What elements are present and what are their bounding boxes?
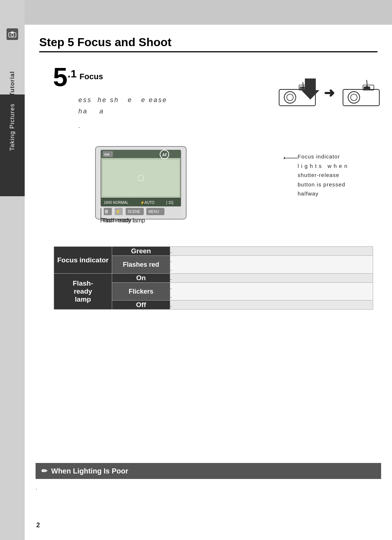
focus-indicator-header: Focus indicator	[54, 247, 112, 274]
flash-ready-pointer: Flash-ready lamp	[97, 205, 134, 223]
right-arrow: ➜	[324, 85, 335, 101]
svg-text:1600 NORMAL: 1600 NORMAL	[104, 201, 128, 205]
camera-icon	[7, 28, 18, 40]
svg-rect-2	[11, 32, 14, 33]
section-label: Focus	[79, 72, 103, 81]
flashes-red-desc: . .	[170, 256, 373, 274]
on-subheader: On	[112, 274, 170, 283]
off-desc: .	[170, 301, 373, 310]
camera-diagram-2	[341, 78, 381, 108]
section-superscript: .1	[68, 68, 77, 80]
table-row: Flash-readylamp On .	[54, 274, 373, 283]
section-number: 5	[53, 64, 68, 90]
svg-point-10	[348, 92, 360, 103]
camera-diagram-area: ➜	[277, 78, 381, 108]
top-bar	[0, 0, 392, 25]
svg-marker-15	[301, 78, 319, 100]
info-table: Focus indicator Green . Flashes red . .	[54, 246, 373, 310]
svg-text:AI●: AI●	[104, 153, 109, 156]
left-sidebar: Taking Pictures Tutorial	[0, 0, 25, 540]
section-desc-dot: .	[78, 123, 80, 129]
svg-point-11	[351, 94, 357, 101]
on-desc: .	[170, 274, 373, 283]
svg-rect-23	[103, 160, 179, 196]
svg-text:[ 15]: [ 15]	[166, 201, 173, 205]
svg-point-42	[284, 157, 285, 159]
focus-indicator-caption: Focus indicator l i g h t s w h e n shut…	[298, 152, 385, 198]
svg-point-4	[284, 92, 296, 103]
page-number: 2	[36, 521, 40, 529]
note-title: When Lighting Is Poor	[51, 467, 128, 475]
flickers-subheader: Flickers	[112, 283, 170, 301]
press-down-arrow	[301, 78, 319, 102]
svg-text:AF: AF	[162, 153, 167, 157]
green-desc: .	[170, 247, 373, 256]
sidebar-taking-label: Taking Pictures	[9, 104, 16, 151]
flickers-desc: . .	[170, 283, 373, 301]
pencil-icon: ✏	[41, 467, 48, 475]
svg-point-1	[11, 33, 14, 36]
bottom-note-section: ✏ When Lighting Is Poor .	[25, 463, 392, 496]
svg-text:⚡AUTO: ⚡AUTO	[140, 200, 155, 205]
green-subheader: Green	[112, 247, 170, 256]
off-subheader: Off	[112, 301, 170, 310]
table-row: Focus indicator Green .	[54, 247, 373, 256]
flashes-red-subheader: Flashes red	[112, 256, 170, 274]
section-desc: ess he sh e e ease ha a	[78, 94, 167, 117]
note-body: .	[36, 479, 381, 496]
step-title: Step 5 Focus and Shoot	[39, 36, 377, 52]
flash-ready-lamp-header: Flash-readylamp	[54, 274, 112, 310]
focus-indicator-line	[284, 153, 298, 164]
svg-text:MENU: MENU	[148, 210, 159, 214]
note-title-bar: ✏ When Lighting Is Poor	[36, 463, 381, 479]
svg-point-5	[287, 94, 293, 101]
svg-text:Flash-ready lamp: Flash-ready lamp	[103, 217, 134, 223]
sidebar-tutorial-label: Tutorial	[9, 71, 16, 96]
